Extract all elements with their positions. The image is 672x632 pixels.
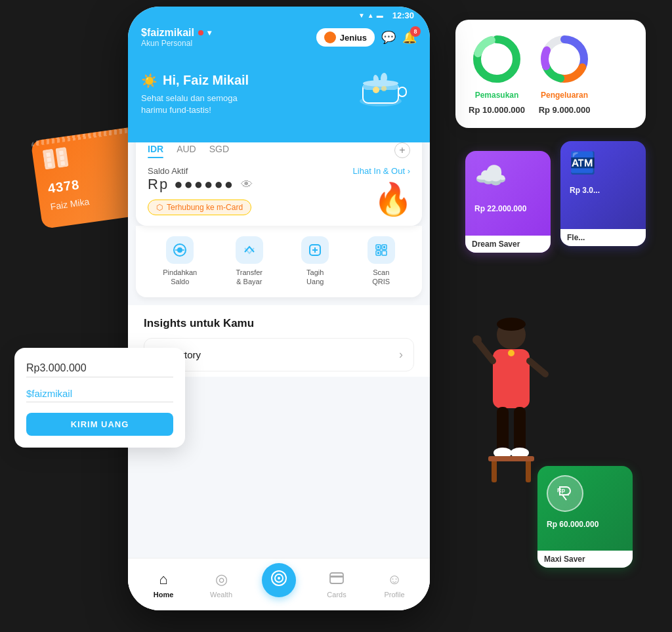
notification-badge: 8 bbox=[410, 26, 421, 37]
eye-icon[interactable]: 👁 bbox=[241, 178, 254, 192]
hero-illustration bbox=[351, 65, 417, 124]
kirim-uang-button[interactable]: KIRIM UANG bbox=[26, 413, 173, 436]
tagih-label: TagihUang bbox=[306, 268, 324, 287]
pemasukan-amount: Rp 10.000.000 bbox=[469, 105, 525, 115]
notification-button[interactable]: 🔔 8 bbox=[402, 30, 417, 45]
account-info[interactable]: $faizmikail ▾ Akun Personal bbox=[141, 27, 211, 48]
status-icons: ▼ ▲ ▬ bbox=[358, 12, 383, 19]
chat-icon: 💬 bbox=[381, 31, 396, 44]
chat-button[interactable]: 💬 bbox=[381, 30, 396, 45]
svg-rect-28 bbox=[383, 246, 385, 248]
hero-subtitle: Sehat selalu dan semogaharimu fund-tasti… bbox=[141, 93, 249, 116]
mcard-tag[interactable]: ⬡ Terhubung ke m-Card bbox=[148, 200, 251, 215]
maxi-saver-amount: Rp 60.000.000 bbox=[547, 520, 623, 529]
transfer-bayar-button[interactable]: Transfer& Bayar bbox=[236, 236, 263, 287]
scan-center-icon bbox=[270, 570, 287, 591]
dream-saver-amount: Rp 22.000.000 bbox=[474, 204, 541, 213]
pengeluaran-amount: Rp 9.000.000 bbox=[539, 105, 591, 115]
svg-rect-5 bbox=[59, 151, 64, 156]
pemasukan-chart: Pemasukan Rp 10.000.000 bbox=[469, 33, 525, 115]
svg-line-47 bbox=[530, 361, 545, 374]
tagih-icon bbox=[301, 236, 329, 264]
wealth-label: Wealth bbox=[210, 591, 232, 599]
phone-header: $faizmikail ▾ Akun Personal Jenius 💬 🔔 8 bbox=[128, 24, 430, 58]
maxi-saver-card[interactable]: Rp Rp 60.000.000 Maxi Saver bbox=[537, 466, 633, 568]
svg-rect-27 bbox=[377, 246, 379, 248]
flexi-amount: Rp 3.0... bbox=[570, 186, 637, 195]
cards-icon bbox=[329, 571, 344, 588]
scan-center-button[interactable] bbox=[262, 563, 296, 597]
scan-qris-button[interactable]: ScanQRIS bbox=[368, 236, 395, 287]
wifi-icon: ▲ bbox=[368, 12, 374, 19]
svg-rect-26 bbox=[382, 251, 387, 255]
nav-profile[interactable]: ☺ Profile bbox=[375, 571, 414, 599]
add-currency-button[interactable]: + bbox=[394, 142, 410, 158]
svg-rect-33 bbox=[330, 573, 343, 583]
balance-illustration: 🔥 bbox=[373, 181, 413, 218]
nav-home[interactable]: ⌂ Home bbox=[144, 571, 183, 599]
hero-text: ☀️ Hi, Faiz Mikail Sehat selalu dan semo… bbox=[141, 73, 249, 116]
svg-point-53 bbox=[508, 350, 514, 356]
scan-icon bbox=[368, 236, 395, 264]
pengeluaran-label: Pengeluaran bbox=[541, 91, 588, 100]
currency-tabs: IDR AUD SGD + bbox=[148, 142, 410, 158]
balance-amount: Rp ●●●●●● 👁 bbox=[148, 176, 410, 193]
nav-wealth[interactable]: ◎ Wealth bbox=[201, 571, 241, 599]
pemasukan-donut bbox=[471, 33, 523, 85]
dream-saver-card[interactable]: ☁️ Rp 22.000.000 Dream Saver bbox=[465, 151, 551, 253]
tagih-uang-button[interactable]: TagihUang bbox=[301, 236, 329, 287]
svg-point-48 bbox=[472, 335, 482, 345]
currency-tab-aud[interactable]: AUD bbox=[177, 144, 196, 157]
transfer-amount-input[interactable] bbox=[26, 360, 173, 377]
chevron-right-icon: › bbox=[399, 348, 403, 362]
transfer-username-input[interactable] bbox=[26, 385, 173, 402]
cards-label: Cards bbox=[327, 591, 346, 599]
home-icon: ⌂ bbox=[159, 571, 167, 588]
balance-row: Saldo Aktif Lihat In & Out › bbox=[148, 166, 410, 176]
mcard-icon: ⬡ bbox=[156, 203, 163, 212]
balance-label: Saldo Aktif bbox=[148, 166, 188, 176]
currency-tab-sgd[interactable]: SGD bbox=[209, 144, 229, 157]
svg-point-11 bbox=[363, 80, 398, 87]
signal-icon: ▼ bbox=[358, 12, 365, 19]
status-time: 12:30 bbox=[392, 11, 414, 20]
currency-tab-idr[interactable]: IDR bbox=[148, 144, 163, 157]
jenius-badge[interactable]: Jenius bbox=[316, 28, 375, 47]
home-label: Home bbox=[154, 591, 174, 599]
pemasukan-label: Pemasukan bbox=[475, 91, 519, 100]
view-in-out-link[interactable]: Lihat In & Out › bbox=[353, 166, 410, 176]
balance-section: IDR AUD SGD + Saldo Aktif Lihat In & Out… bbox=[136, 142, 422, 226]
transfer-label: Transfer& Bayar bbox=[236, 268, 262, 287]
wealth-icon: ◎ bbox=[215, 571, 228, 588]
svg-rect-29 bbox=[377, 252, 379, 254]
phone-frame: ▼ ▲ ▬ 12:30 $faizmikail ▾ Akun Personal … bbox=[128, 7, 430, 610]
scan-label: ScanQRIS bbox=[372, 268, 390, 287]
svg-point-16 bbox=[381, 86, 387, 91]
rp-circle-icon: Rp bbox=[547, 475, 583, 512]
chevron-down-icon: ▾ bbox=[207, 28, 211, 37]
header-actions: Jenius 💬 🔔 8 bbox=[316, 28, 417, 47]
svg-point-44 bbox=[497, 318, 526, 331]
maxi-saver-name: Maxi Saver bbox=[537, 551, 633, 568]
profile-label: Profile bbox=[384, 591, 404, 599]
transfer-icon bbox=[236, 236, 263, 264]
svg-rect-45 bbox=[493, 349, 530, 408]
pindahkan-saldo-button[interactable]: PindahkanSaldo bbox=[163, 236, 197, 287]
profile-icon: ☺ bbox=[387, 571, 402, 588]
torch-icon: 🔥 bbox=[373, 182, 413, 217]
jenius-icon bbox=[324, 32, 336, 43]
svg-rect-2 bbox=[47, 158, 51, 162]
svg-rect-34 bbox=[330, 576, 343, 578]
nav-scan-center[interactable] bbox=[259, 563, 299, 606]
transfer-popup: KIRIM UANG bbox=[14, 348, 185, 448]
status-bar: ▼ ▲ ▬ 12:30 bbox=[128, 7, 430, 24]
cloud-icon: ☁️ bbox=[474, 160, 541, 191]
action-buttons: PindahkanSaldo Transfer& Bayar bbox=[136, 226, 422, 297]
username-display[interactable]: $faizmikail ▾ bbox=[141, 27, 211, 39]
dream-saver-name: Dream Saver bbox=[465, 236, 551, 253]
pengeluaran-chart: Pengeluaran Rp 9.000.000 bbox=[538, 33, 591, 115]
wealth-chart-card: Pemasukan Rp 10.000.000 Pengeluaran Rp 9… bbox=[455, 20, 646, 128]
flexi-card[interactable]: 🏧 Rp 3.0... Fle... bbox=[560, 141, 646, 246]
pindahkan-icon bbox=[166, 236, 194, 264]
nav-cards[interactable]: Cards bbox=[317, 571, 356, 599]
